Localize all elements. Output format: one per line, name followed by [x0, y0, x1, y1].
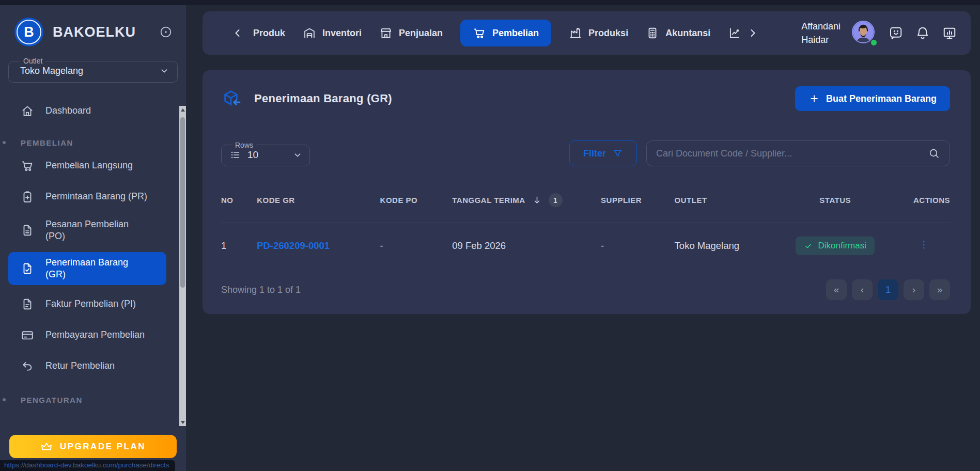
sidebar-item-penerimaan-barang[interactable]: Penerimaan Barang (GR) — [8, 252, 166, 285]
crown-icon — [40, 441, 53, 453]
sidebar-item-pembelian-langsung[interactable]: Pembelian Langsung — [0, 154, 186, 178]
sidebar-item-retur-pembelian[interactable]: Retur Pembelian — [0, 354, 186, 378]
cell-outlet: Toko Magelang — [675, 223, 790, 270]
cell-kode-gr-link[interactable]: PD-260209-0001 — [257, 223, 380, 270]
funnel-icon — [612, 148, 623, 159]
nav-item-label: Produk — [253, 28, 285, 39]
upgrade-plan-label: UPGRADE PLAN — [60, 442, 146, 452]
window-top-strip — [0, 0, 980, 5]
sidebar-item-label: Penerimaan Barang (GR) — [45, 257, 146, 281]
browser-status-bar: https://dashboard-dev.bakoelku.com/purch… — [0, 460, 175, 471]
column-header-no[interactable]: NO — [221, 184, 257, 223]
card-header: Penerimaan Barang (GR) Buat Penerimaan B… — [221, 86, 950, 112]
status-label: Dikonfirmasi — [818, 241, 866, 251]
column-header-kode-po[interactable]: KODE PO — [380, 184, 453, 223]
filter-button[interactable]: Filter — [569, 140, 637, 166]
status-url: https://dashboard-dev.bakoelku.com/purch… — [4, 461, 169, 469]
sidebar-item-label: Retur Pembelian — [45, 360, 115, 372]
table-header-row: NO KODE GR KODE PO TANGGAL TERIMA 1 — [221, 184, 950, 223]
calculator-icon — [646, 26, 659, 40]
page-title: Penerimaan Barang (GR) — [254, 92, 392, 105]
prev-page-button[interactable]: ‹ — [852, 279, 873, 300]
sidebar-item-permintaan-barang[interactable]: Permintaan Barang (PR) — [0, 185, 186, 209]
first-page-button[interactable]: « — [826, 279, 847, 300]
avatar[interactable] — [852, 21, 877, 45]
filter-label: Filter — [583, 148, 606, 159]
table-row: 1 PD-260209-0001 - 09 Feb 2026 - Toko Ma… — [221, 223, 950, 270]
list-icon — [230, 149, 241, 161]
sidebar-section-pengaturan: PENGATURAN — [0, 392, 186, 407]
sidebar-item-label: Pembelian Langsung — [45, 160, 133, 171]
sidebar-item-label: Pembayaran Pembelian — [45, 329, 145, 341]
chart-icon — [728, 26, 741, 40]
column-header-status[interactable]: STATUS — [790, 184, 880, 223]
rows-value: 10 — [247, 149, 258, 161]
brand-name: BAKOELKU — [53, 24, 136, 40]
warehouse-icon — [303, 26, 316, 40]
brand-logo: B — [14, 18, 43, 46]
plus-icon — [808, 93, 820, 104]
display-monitor-icon[interactable] — [942, 25, 957, 41]
row-actions-kebab-icon[interactable] — [918, 239, 950, 250]
sidebar-item-dashboard[interactable]: Dashboard — [0, 99, 186, 123]
sort-descending-icon[interactable] — [532, 195, 542, 206]
cart-icon — [473, 26, 486, 40]
next-page-button[interactable]: › — [904, 279, 924, 300]
undo-arrow-icon — [21, 359, 34, 373]
box-receive-icon — [221, 89, 241, 108]
table-controls: Rows 10 Filter — [221, 140, 950, 166]
search-input[interactable] — [656, 148, 928, 159]
sidebar-item-faktur-pembelian[interactable]: Faktur Pembelian (PI) — [0, 292, 186, 316]
column-header-label: TANGGAL TERIMA — [452, 196, 525, 205]
feedback-chat-icon[interactable] — [888, 25, 904, 41]
home-icon — [21, 104, 34, 118]
outlet-select[interactable]: Outlet Toko Magelang — [8, 57, 178, 83]
top-navigation-bar: Produk Inventori Penjualan — [203, 11, 971, 55]
nav-item-produk[interactable]: Produk — [253, 28, 285, 39]
nav-item-label: Produksi — [588, 28, 628, 39]
nav-item-produksi[interactable]: Produksi — [569, 26, 628, 40]
nav-item-pembelian[interactable]: Pembelian — [460, 20, 551, 46]
outlet-value: Toko Magelang — [20, 66, 83, 76]
goods-receipt-card: Penerimaan Barang (GR) Buat Penerimaan B… — [203, 70, 971, 314]
nav-item-akuntansi[interactable]: Akuntansi — [646, 26, 710, 40]
scrollbar-down-arrow[interactable] — [179, 418, 186, 426]
file-minus-icon — [21, 297, 34, 311]
nav-item-label: Akuntansi — [665, 28, 710, 39]
file-check-icon — [21, 262, 34, 275]
last-page-button[interactable]: » — [929, 279, 950, 300]
current-page-button[interactable]: 1 — [878, 279, 898, 300]
user-name-line1: Affandani — [801, 20, 841, 33]
create-button-label: Buat Penerimaan Barang — [826, 93, 937, 104]
scrollbar-up-arrow[interactable] — [179, 106, 186, 114]
create-goods-receipt-button[interactable]: Buat Penerimaan Barang — [795, 86, 950, 111]
nav-scroll-right-icon[interactable] — [746, 27, 759, 39]
section-dot-icon — [3, 141, 6, 144]
nav-item-penjualan[interactable]: Penjualan — [379, 26, 443, 40]
sidebar-collapse-icon[interactable] — [159, 25, 173, 39]
nav-item-laporan-partial[interactable] — [728, 26, 741, 40]
user-name: Affandani Haidar — [801, 20, 841, 46]
notifications-bell-icon[interactable] — [915, 25, 930, 41]
sidebar-item-label: Faktur Pembelian (PI) — [45, 298, 136, 310]
sidebar: B BAKOELKU Outlet Toko Magelang Dashboar… — [0, 5, 186, 471]
column-header-outlet[interactable]: OUTLET — [675, 184, 790, 223]
module-nav: Produk Inventori Penjualan — [253, 20, 741, 46]
sort-priority-badge: 1 — [549, 193, 563, 207]
rows-per-page-select[interactable]: Rows 10 — [221, 141, 310, 166]
sidebar-item-pesanan-pembelian[interactable]: Pesanan Pembelian (PO) — [0, 214, 186, 247]
file-lines-icon — [21, 224, 34, 237]
showing-text: Showing 1 to 1 of 1 — [221, 285, 301, 295]
scrollbar-thumb[interactable] — [180, 117, 185, 288]
nav-item-inventori[interactable]: Inventori — [303, 26, 362, 40]
sidebar-item-pembayaran-pembelian[interactable]: Pembayaran Pembelian — [0, 323, 186, 347]
upgrade-plan-button[interactable]: UPGRADE PLAN — [9, 435, 177, 458]
column-header-kode-gr[interactable]: KODE GR — [257, 184, 380, 223]
search-icon[interactable] — [928, 147, 940, 160]
column-header-tanggal-terima[interactable]: TANGGAL TERIMA 1 — [452, 184, 601, 223]
nav-scroll-left-icon[interactable] — [231, 27, 244, 39]
status-badge: Dikonfirmasi — [796, 237, 875, 255]
section-dot-icon — [3, 398, 6, 401]
column-header-supplier[interactable]: SUPPLIER — [601, 184, 675, 223]
chevron-down-icon — [292, 149, 303, 161]
